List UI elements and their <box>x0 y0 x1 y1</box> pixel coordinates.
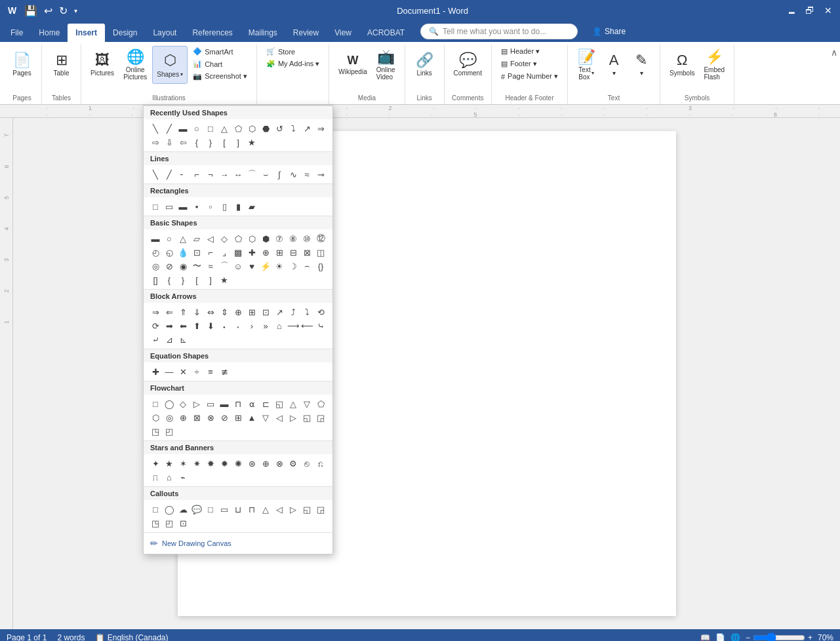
line-connector[interactable]: ⊸ <box>314 168 327 181</box>
shape-line[interactable]: ╲ <box>149 122 162 135</box>
store-button[interactable]: 🛒 Store <box>262 46 299 57</box>
bs-cross[interactable]: ✚ <box>245 246 258 259</box>
zoom-range[interactable] <box>753 632 805 641</box>
tab-acrobat[interactable]: ACROBAT <box>359 24 412 42</box>
bs-heart[interactable]: ♥ <box>245 260 258 273</box>
ba-ur[interactable]: ↗ <box>273 305 286 319</box>
co-accent3[interactable]: △ <box>259 503 272 516</box>
bs-left-bracket[interactable]: [ <box>190 273 203 286</box>
fc-merge[interactable]: ▽ <box>259 411 272 424</box>
embed-flash-button[interactable]: ⚡ EmbedFlash <box>700 46 729 84</box>
star-12pt[interactable]: ✺ <box>231 457 245 470</box>
ba-pentagon-arrow[interactable]: ⬪ <box>231 319 245 332</box>
co-down[interactable]: ◲ <box>314 503 327 516</box>
bs-moon[interactable]: ☽ <box>287 260 300 273</box>
scroll-horiz[interactable]: ⌂ <box>163 471 176 484</box>
fc-direct-access[interactable]: ◳ <box>149 425 162 438</box>
shape-square[interactable]: □ <box>204 122 217 135</box>
bs-donut[interactable]: ◎ <box>149 260 162 273</box>
bs-plaque[interactable]: ⊞ <box>273 246 286 259</box>
bs-corner[interactable]: ⌟ <box>218 246 231 259</box>
star-8pt[interactable]: ✸ <box>204 457 217 470</box>
header-button[interactable]: ▤ Header ▾ <box>497 46 544 57</box>
eq-equals[interactable]: ≡ <box>204 365 217 378</box>
fc-punch-tape[interactable]: ⊕ <box>176 411 190 424</box>
bs-hexagon[interactable]: ⬡ <box>245 232 258 245</box>
star-16pt[interactable]: ⊛ <box>245 457 258 470</box>
bs-brace-open[interactable]: { <box>163 273 176 286</box>
fc-seq-access[interactable]: ◱ <box>300 411 313 424</box>
line-scribble[interactable]: ∫ <box>273 168 286 181</box>
bs-sun[interactable]: ☀ <box>273 260 286 273</box>
rect-round[interactable]: ▭ <box>163 200 176 213</box>
ba-strip-left[interactable]: ⬅ <box>176 319 190 332</box>
star-24pt[interactable]: ⊕ <box>259 457 272 470</box>
ba-curve-right[interactable]: ⤴ <box>287 305 300 319</box>
fc-delay[interactable]: ▷ <box>287 411 300 424</box>
eq-notequal[interactable]: ≢ <box>218 365 231 378</box>
bs-12[interactable]: ⑫ <box>314 232 327 245</box>
co-accent2[interactable]: ⊓ <box>245 503 258 516</box>
ba-notched[interactable]: ⬩ <box>218 319 231 332</box>
co-left[interactable]: ◳ <box>149 516 162 530</box>
shape-arrow-down-right[interactable]: ⤵ <box>287 122 300 135</box>
tab-design[interactable]: Design <box>105 24 145 42</box>
bs-7[interactable]: ⑦ <box>273 232 286 245</box>
symbols-button[interactable]: Ω Symbols <box>666 46 698 84</box>
text-box-button[interactable]: 📝 TextBox▾ <box>573 46 599 84</box>
screenshot-button[interactable]: 📷 Screenshot ▾ <box>189 71 251 82</box>
read-mode-icon[interactable]: 📖 <box>700 633 710 641</box>
chart-button[interactable]: 📊 Chart <box>189 58 251 69</box>
eq-plus[interactable]: ✚ <box>149 365 162 378</box>
ba-quad2[interactable]: ⊞ <box>245 305 258 319</box>
ba-ud[interactable]: ⇕ <box>218 305 231 319</box>
bs-arc[interactable]: ⌢ <box>300 260 313 273</box>
wikipedia-button[interactable]: W Wikipedia <box>334 46 370 84</box>
eq-times[interactable]: ✕ <box>176 365 190 378</box>
online-pictures-button[interactable]: 🌐 OnlinePictures <box>119 46 151 84</box>
shape-star[interactable]: ★ <box>245 136 258 149</box>
bs-bevel[interactable]: ◫ <box>314 246 327 259</box>
tab-file[interactable]: File <box>3 24 31 42</box>
bs-teardrop[interactable]: 💧 <box>176 246 190 259</box>
bs-bracket-pair[interactable]: {} <box>314 260 327 273</box>
bs-oval[interactable]: ○ <box>163 232 176 245</box>
star-gear[interactable]: ⚙ <box>287 457 300 470</box>
fc-extract[interactable]: ▲ <box>245 411 258 424</box>
bs-chord[interactable]: ◵ <box>163 246 176 259</box>
comment-button[interactable]: 💬 Comment <box>450 46 486 84</box>
ba-bend-arrow2[interactable]: ⤶ <box>149 333 162 346</box>
online-video-button[interactable]: 📺 OnlineVideo <box>372 46 399 84</box>
fc-card[interactable]: ◎ <box>163 411 176 424</box>
shape-arrow-right[interactable]: ⇒ <box>314 122 327 135</box>
bs-diag-stripe[interactable]: ▩ <box>231 246 245 259</box>
rect-round-diag[interactable]: ▫ <box>204 200 217 213</box>
fc-decision[interactable]: ◇ <box>176 397 190 410</box>
banner-downward[interactable]: ⎌ <box>314 457 327 470</box>
bs-cube[interactable]: ⊠ <box>300 246 313 259</box>
line-elbow[interactable]: ⌐ <box>190 168 203 181</box>
rect-snip-corner[interactable]: ▬ <box>176 200 190 213</box>
bs-blockarc[interactable]: ◉ <box>176 260 190 273</box>
footer-button[interactable]: ▤ Footer ▾ <box>497 58 541 69</box>
pages-button[interactable]: 📄 Pages <box>9 46 35 84</box>
restore-button[interactable]: 🗗 <box>803 4 816 17</box>
ba-bend-arrow[interactable]: ⤷ <box>314 319 327 332</box>
tell-me-search[interactable]: 🔍 Tell me what you want to do... <box>420 24 578 39</box>
line-freehand[interactable]: ≈ <box>300 168 313 181</box>
shape-rect[interactable]: ▬ <box>176 122 190 135</box>
zoom-out-icon[interactable]: − <box>746 633 750 641</box>
bs-pie[interactable]: ◴ <box>149 246 162 259</box>
bs-triangle[interactable]: △ <box>176 232 190 245</box>
bs-parallelogram[interactable]: ▱ <box>190 232 203 245</box>
shape-arrow-left[interactable]: ⇦ <box>176 136 190 149</box>
links-button[interactable]: 🔗 Links <box>411 46 437 84</box>
bs-halfframe[interactable]: ⌐ <box>204 246 217 259</box>
shape-triangle[interactable]: △ <box>218 122 231 135</box>
ba-circular2[interactable]: ⟳ <box>149 319 162 332</box>
co-round-rect[interactable]: ◯ <box>163 503 176 516</box>
ba-quad-arrow2[interactable]: ⊾ <box>176 333 190 346</box>
bs-diamond[interactable]: ◇ <box>218 232 231 245</box>
shape-bracket-open[interactable]: { <box>190 136 203 149</box>
line-dashes[interactable]: ╴ <box>176 168 190 181</box>
